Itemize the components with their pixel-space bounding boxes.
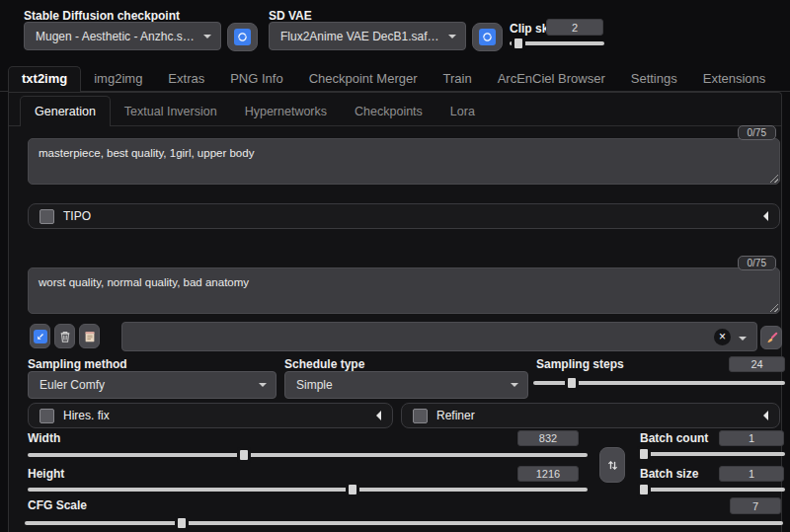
cfg-scale-slider[interactable] (25, 521, 783, 525)
tab-settings[interactable]: Settings (618, 67, 690, 92)
sampling-steps-input[interactable]: 24 (729, 356, 785, 372)
paste-params-button[interactable] (30, 324, 50, 348)
batch-count-label: Batch count (640, 431, 708, 445)
tab-arcenciel-browser[interactable]: ArcEnCiel Browser (485, 67, 618, 92)
refresh-icon (234, 29, 251, 45)
refresh-checkpoints-button[interactable] (227, 23, 258, 51)
notepad-icon (83, 330, 97, 343)
batch-size-label: Batch size (640, 467, 698, 481)
width-label: Width (28, 431, 60, 445)
cfg-scale-input[interactable]: 7 (730, 497, 781, 514)
vae-label: SD VAE (269, 9, 312, 23)
hires-fix-label: Hires. fix (63, 409, 110, 422)
main-tab-bar: txt2img img2img Extras PNG Info Checkpoi… (8, 68, 778, 92)
tab-png-info[interactable]: PNG Info (217, 67, 295, 92)
paintbrush-icon (765, 332, 778, 344)
sampling-method-dropdown[interactable]: Euler Comfy (28, 371, 276, 399)
slider-handle[interactable] (568, 378, 576, 388)
tab-checkpoint-merger[interactable]: Checkpoint Merger (296, 67, 431, 92)
tab-img2img[interactable]: img2img (81, 67, 155, 92)
sampling-steps-slider[interactable] (533, 381, 785, 385)
checkpoint-dropdown-value: Mugen - Aesthetic - Anzhc.safetensors (36, 30, 197, 43)
subtab-hypernetworks[interactable]: Hypernetworks (231, 97, 341, 126)
hires-fix-accordion[interactable]: Hires. fix (28, 403, 393, 428)
slider-handle[interactable] (178, 518, 186, 528)
sampling-steps-label: Sampling steps (536, 357, 624, 371)
batch-count-slider[interactable] (640, 452, 785, 456)
width-slider[interactable] (28, 453, 588, 457)
height-input[interactable]: 1216 (517, 466, 579, 482)
slider-handle[interactable] (514, 38, 522, 48)
hires-fix-checkbox[interactable] (40, 409, 54, 423)
clip-skip-slider[interactable] (510, 41, 604, 45)
batch-count-input[interactable]: 1 (719, 430, 784, 446)
tab-train[interactable]: Train (431, 67, 485, 92)
batch-size-input[interactable]: 1 (719, 466, 784, 482)
refresh-vae-button[interactable] (472, 23, 503, 51)
styles-input[interactable] (130, 326, 687, 349)
chevron-down-icon (739, 337, 747, 344)
prompt-textarea[interactable]: masterpiece, best quality, 1girl, upper … (28, 138, 780, 185)
height-slider[interactable] (28, 488, 588, 492)
sd-webui-screen: Stable Diffusion checkpoint Mugen - Aest… (0, 0, 790, 532)
prompt-token-counter: 0/75 (738, 125, 776, 140)
tab-extras[interactable]: Extras (155, 67, 217, 92)
cfg-scale-label: CFG Scale (28, 498, 87, 512)
accordion-collapsed-icon (763, 211, 768, 221)
tab-txt2img[interactable]: txt2img (8, 66, 81, 92)
width-input[interactable]: 832 (517, 430, 579, 446)
tipo-label: TIPO (63, 209, 91, 223)
schedule-type-dropdown[interactable]: Simple (284, 371, 528, 399)
vae-dropdown[interactable]: Flux2Anime VAE DecB1.safetensors (269, 22, 466, 50)
clear-styles-icon[interactable]: × (714, 329, 731, 345)
chevron-down-icon (259, 383, 267, 391)
tipo-checkbox[interactable] (40, 209, 54, 224)
chevron-down-icon (203, 35, 211, 42)
slider-handle[interactable] (240, 450, 248, 460)
subtab-generation[interactable]: Generation (20, 96, 111, 126)
subtab-checkpoints[interactable]: Checkpoints (341, 97, 436, 126)
height-label: Height (28, 467, 64, 481)
slider-handle[interactable] (640, 449, 648, 459)
schedule-type-label: Schedule type (284, 357, 364, 371)
chevron-down-icon (448, 35, 456, 42)
refiner-label: Refiner (436, 409, 475, 422)
schedule-type-value: Simple (296, 378, 333, 392)
subtab-textual-inversion[interactable]: Textual Inversion (111, 97, 231, 126)
negative-prompt-textarea[interactable]: worst quality, normal quality, bad anato… (28, 267, 780, 314)
swap-width-height-button[interactable] (599, 447, 625, 483)
edit-styles-button[interactable] (760, 326, 782, 349)
clear-prompt-button[interactable] (54, 324, 75, 348)
apply-styles-button[interactable] (79, 324, 100, 348)
tipo-accordion[interactable]: TIPO (28, 203, 780, 229)
checkpoint-label: Stable Diffusion checkpoint (24, 9, 180, 23)
accordion-collapsed-icon (376, 411, 381, 420)
subtab-lora[interactable]: Lora (436, 97, 489, 126)
chevron-down-icon (511, 383, 518, 391)
sub-tab-bar: Generation Textual Inversion Hypernetwor… (20, 96, 489, 126)
refresh-icon (479, 29, 496, 45)
refiner-checkbox[interactable] (413, 409, 428, 423)
slider-handle[interactable] (640, 485, 648, 494)
vae-dropdown-value: Flux2Anime VAE DecB1.safetensors (280, 30, 441, 43)
accordion-collapsed-icon (763, 411, 768, 420)
sampling-method-value: Euler Comfy (40, 378, 105, 392)
sampling-method-label: Sampling method (28, 357, 127, 371)
slider-handle[interactable] (349, 485, 356, 494)
refiner-accordion[interactable]: Refiner (401, 403, 780, 428)
batch-size-slider[interactable] (640, 488, 785, 492)
checkpoint-dropdown[interactable]: Mugen - Aesthetic - Anzhc.safetensors (24, 22, 221, 50)
tab-extensions[interactable]: Extensions (690, 67, 779, 92)
styles-dropdown[interactable]: × (121, 322, 757, 351)
trash-icon (58, 330, 72, 343)
negative-token-counter: 0/75 (738, 256, 776, 270)
clip-skip-input[interactable]: 2 (546, 19, 603, 36)
swap-arrows-icon (606, 459, 619, 472)
arrow-down-left-icon (34, 330, 47, 343)
